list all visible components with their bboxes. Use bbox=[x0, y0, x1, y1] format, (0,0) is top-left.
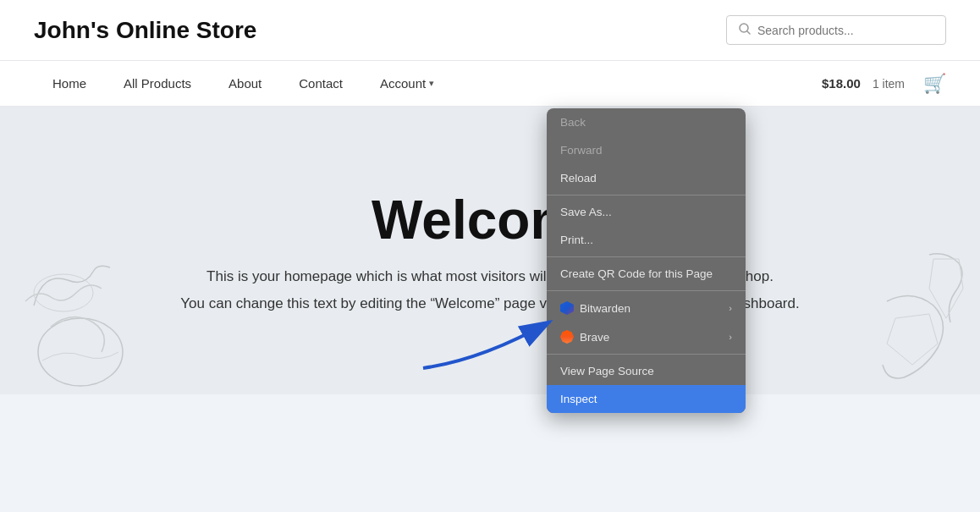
site-title: John's Online Store bbox=[34, 17, 256, 44]
inspect-label: Inspect bbox=[560, 393, 597, 405]
back-label: Back bbox=[560, 116, 586, 129]
context-menu-item-qr-code[interactable]: Create QR Code for this Page bbox=[547, 260, 746, 288]
site-header: John's Online Store bbox=[0, 0, 980, 61]
nav-items: Home All Products About Contact Account … bbox=[34, 61, 822, 106]
account-label: Account bbox=[380, 76, 426, 91]
nav-item-about[interactable]: About bbox=[210, 61, 280, 106]
cart-icon[interactable]: 🛒 bbox=[923, 73, 946, 95]
bitwarden-label: Bitwarden bbox=[580, 302, 630, 315]
hero-section: Welcome This is your homepage which is w… bbox=[0, 107, 980, 394]
cart-price: $18.00 bbox=[822, 76, 861, 91]
context-menu-item-print[interactable]: Print... bbox=[547, 226, 746, 254]
nav-item-all-products[interactable]: All Products bbox=[105, 61, 210, 106]
context-menu-item-save-as[interactable]: Save As... bbox=[547, 198, 746, 226]
brave-row: Brave bbox=[560, 330, 609, 344]
account-dropdown-icon: ▾ bbox=[429, 78, 434, 89]
context-menu: Back Forward Reload Save As... Print... … bbox=[547, 108, 746, 413]
context-menu-item-reload[interactable]: Reload bbox=[547, 164, 746, 192]
qr-code-label: Create QR Code for this Page bbox=[560, 267, 713, 280]
forward-label: Forward bbox=[560, 144, 603, 157]
brave-icon bbox=[560, 330, 574, 344]
bitwarden-icon bbox=[560, 301, 574, 315]
search-input[interactable] bbox=[757, 24, 933, 37]
svg-point-3 bbox=[38, 318, 123, 386]
bitwarden-arrow-icon: › bbox=[729, 303, 732, 313]
context-menu-item-view-source[interactable]: View Page Source bbox=[547, 357, 746, 385]
bitwarden-row: Bitwarden bbox=[560, 301, 630, 315]
main-nav: Home All Products About Contact Account … bbox=[0, 61, 980, 107]
context-menu-item-brave[interactable]: Brave › bbox=[547, 322, 746, 351]
nav-item-contact[interactable]: Contact bbox=[280, 61, 361, 106]
context-menu-item-forward[interactable]: Forward bbox=[547, 136, 746, 164]
separator-3 bbox=[547, 290, 746, 291]
brave-label: Brave bbox=[580, 331, 609, 344]
view-source-label: View Page Source bbox=[560, 365, 654, 377]
context-menu-item-bitwarden[interactable]: Bitwarden › bbox=[547, 294, 746, 322]
brave-arrow-icon: › bbox=[729, 332, 732, 342]
context-menu-item-back[interactable]: Back bbox=[547, 108, 746, 136]
cart-count: 1 item bbox=[873, 77, 905, 91]
svg-line-1 bbox=[747, 31, 750, 34]
context-menu-item-inspect[interactable]: Inspect bbox=[547, 385, 746, 413]
reload-label: Reload bbox=[560, 172, 597, 184]
search-icon bbox=[739, 23, 751, 37]
save-as-label: Save As... bbox=[560, 206, 612, 218]
print-label: Print... bbox=[560, 234, 593, 246]
deco-bottom-right bbox=[870, 284, 955, 394]
search-box[interactable] bbox=[726, 15, 946, 45]
deco-bottom-left bbox=[25, 293, 135, 394]
nav-item-home[interactable]: Home bbox=[34, 61, 105, 106]
separator-1 bbox=[547, 195, 746, 195]
cart-area: $18.00 1 item 🛒 bbox=[822, 73, 946, 95]
separator-2 bbox=[547, 256, 746, 257]
nav-item-account[interactable]: Account ▾ bbox=[361, 61, 453, 106]
separator-4 bbox=[547, 354, 746, 355]
